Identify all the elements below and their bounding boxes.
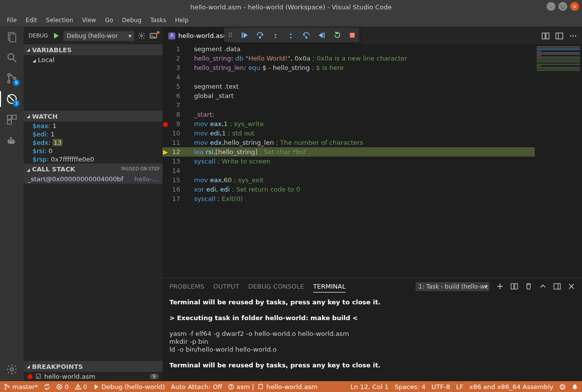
- panel-tab-output[interactable]: OUTPUT: [213, 281, 239, 292]
- status-errors[interactable]: 0: [56, 383, 68, 391]
- watch-row[interactable]: $rsp: 0x7fffffffe0e0: [24, 155, 162, 163]
- status-branch[interactable]: master*: [4, 383, 38, 391]
- svg-rect-34: [241, 32, 242, 37]
- svg-rect-9: [7, 115, 11, 119]
- editor-more-icon[interactable]: [569, 32, 577, 40]
- svg-rect-30: [554, 284, 560, 289]
- status-encoding[interactable]: UTF-8: [431, 383, 450, 391]
- svg-point-36: [275, 36, 276, 38]
- settings-gear-icon[interactable]: [5, 362, 19, 376]
- menu-debug[interactable]: Debug: [118, 16, 145, 25]
- svg-point-37: [290, 36, 291, 38]
- menu-go[interactable]: Go: [101, 16, 117, 25]
- callstack-section-header[interactable]: ◢CALL STACK PAUSED ON STEP: [24, 163, 162, 174]
- extensions-icon[interactable]: [5, 113, 19, 127]
- status-eol[interactable]: LF: [456, 383, 463, 391]
- watch-section-header[interactable]: ◢WATCH: [24, 111, 162, 122]
- start-debug-icon[interactable]: [52, 32, 60, 39]
- watch-row[interactable]: $rsi: 0: [24, 147, 162, 155]
- terminal-split-icon[interactable]: [511, 283, 518, 290]
- svg-rect-52: [259, 384, 262, 389]
- window-minimize-icon[interactable]: –: [547, 2, 555, 11]
- panel-tab-debug-console[interactable]: DEBUG CONSOLE: [248, 281, 304, 292]
- split-editor-icon[interactable]: [542, 32, 550, 40]
- window-title: hello-world.asm - hello-world (Workspace…: [191, 3, 392, 11]
- breakpoint-row[interactable]: ☑hello-world.asm9: [24, 372, 162, 381]
- panel-tab-terminal[interactable]: TERMINAL: [313, 281, 346, 293]
- debug-restart-icon[interactable]: [333, 31, 341, 39]
- debug-step-out-icon[interactable]: [287, 32, 294, 39]
- debug-activity-icon[interactable]: 3: [5, 92, 19, 106]
- panel-close-icon[interactable]: [568, 283, 575, 290]
- watch-row[interactable]: $edx: 13: [24, 138, 162, 147]
- svg-rect-21: [556, 33, 563, 39]
- panel-maximize-icon[interactable]: [539, 283, 547, 290]
- debug-sidebar: DEBUG Debug (hello-wor ◢VARIABLES ◢Local…: [24, 27, 162, 381]
- svg-point-35: [259, 37, 260, 38]
- breakpoints-section-header[interactable]: ◢BREAKPOINTS: [24, 361, 162, 372]
- status-position[interactable]: Ln 12, Col 1: [351, 383, 388, 391]
- terminal-output[interactable]: Terminal will be reused by tasks, press …: [162, 294, 582, 381]
- menu-help[interactable]: Help: [171, 16, 192, 25]
- explorer-icon[interactable]: [5, 30, 19, 44]
- menu-tasks[interactable]: Tasks: [146, 16, 170, 25]
- status-debug[interactable]: Debug (hello-world): [93, 383, 165, 391]
- svg-rect-11: [7, 120, 11, 124]
- svg-point-16: [10, 368, 13, 371]
- menu-view[interactable]: View: [78, 16, 100, 25]
- minimap[interactable]: [535, 44, 582, 278]
- status-auto-attach[interactable]: Auto Attach: Off: [171, 383, 222, 391]
- window-maximize-icon[interactable]: ◱: [558, 2, 567, 11]
- asm-file-icon: A: [168, 33, 175, 39]
- svg-point-23: [570, 35, 572, 36]
- svg-point-53: [560, 384, 565, 389]
- variables-section-header[interactable]: ◢VARIABLES: [24, 44, 162, 55]
- callstack-frame[interactable]: _start@0x00000000004000bfhello-…: [24, 174, 162, 184]
- panel-toggle-icon[interactable]: [553, 283, 561, 290]
- debug-reverse-icon[interactable]: [318, 32, 325, 39]
- toggle-sidebar-icon[interactable]: [555, 32, 563, 40]
- activity-bar: 9 3: [0, 27, 24, 381]
- debug-step-back-icon[interactable]: [302, 31, 310, 39]
- debug-stop-icon[interactable]: [349, 32, 356, 38]
- debug-badge: 3: [13, 100, 20, 107]
- status-feedback-icon[interactable]: [559, 384, 566, 390]
- terminal-kill-icon[interactable]: [525, 283, 532, 290]
- status-bell-icon[interactable]: [572, 384, 578, 390]
- docker-icon[interactable]: [5, 133, 19, 147]
- editor-area: A hello-world.asm 1segment .data2 hello_…: [162, 27, 582, 381]
- debug-console-icon[interactable]: [149, 32, 158, 39]
- variables-local-scope[interactable]: ◢Local: [24, 55, 162, 65]
- status-lang-zone[interactable]: asm | hello-world.asm: [228, 383, 317, 391]
- debug-step-into-icon[interactable]: [272, 32, 279, 39]
- debug-config-gear-icon[interactable]: [138, 32, 145, 39]
- debug-step-over-icon[interactable]: [256, 31, 264, 39]
- terminal-select[interactable]: 1: Task - build (hello-wc: [416, 282, 489, 291]
- watch-row[interactable]: $edi: 1: [24, 130, 162, 138]
- status-language[interactable]: x86 and x86_64 Assembly: [469, 383, 553, 391]
- status-sync-icon[interactable]: [44, 384, 50, 390]
- debug-toolbar-grip-icon[interactable]: ⠿: [228, 32, 233, 39]
- status-warnings[interactable]: 0: [75, 383, 87, 391]
- menu-edit[interactable]: Edit: [22, 16, 41, 25]
- menu-selection[interactable]: Selection: [42, 16, 77, 25]
- svg-line-3: [13, 59, 16, 62]
- debug-config-select[interactable]: Debug (hello-wor: [64, 31, 134, 41]
- code-editor[interactable]: 1segment .data2 hello_string: db "Hello …: [162, 44, 582, 278]
- svg-point-48: [78, 388, 78, 389]
- svg-point-41: [5, 384, 6, 385]
- search-icon[interactable]: [5, 51, 19, 65]
- scm-badge: 9: [13, 79, 20, 86]
- terminal-new-icon[interactable]: [496, 283, 504, 290]
- debug-continue-icon[interactable]: [241, 32, 248, 39]
- svg-point-24: [573, 35, 574, 36]
- status-spaces[interactable]: Spaces: 4: [394, 383, 425, 391]
- breakpoint-checkbox[interactable]: ☑: [35, 373, 41, 380]
- debug-toolbar[interactable]: ⠿: [224, 28, 359, 42]
- scm-icon[interactable]: 9: [5, 71, 19, 85]
- breakpoint-dot-icon: [28, 374, 32, 379]
- menu-file[interactable]: File: [3, 16, 21, 25]
- watch-row[interactable]: $eax: 1: [24, 122, 162, 130]
- panel-tab-problems[interactable]: PROBLEMS: [169, 281, 204, 292]
- window-close-icon[interactable]: ✕: [570, 2, 579, 11]
